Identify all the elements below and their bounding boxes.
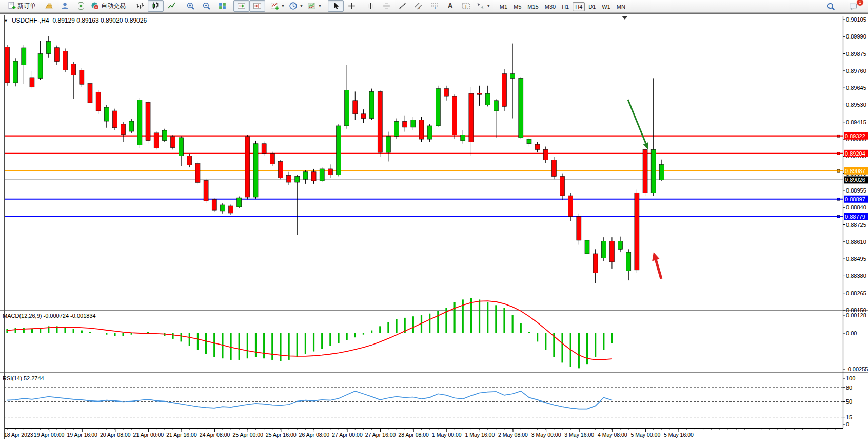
text-label-button[interactable]: T xyxy=(458,0,474,12)
market-watch-button[interactable] xyxy=(41,0,57,12)
tile-windows-button[interactable] xyxy=(214,0,230,12)
candle-body xyxy=(80,70,84,84)
price-badge-label: 0.88897 xyxy=(845,196,865,202)
notifications-icon[interactable]: 1 xyxy=(845,1,861,12)
timeframe-h1-button[interactable]: H1 xyxy=(559,2,571,11)
equidistant-channel-button[interactable]: E xyxy=(410,0,426,12)
fibonacci-button[interactable]: F xyxy=(426,0,442,12)
text-button[interactable]: A xyxy=(442,0,458,12)
price-tick-label: 0.89530 xyxy=(846,102,866,108)
search-icon[interactable] xyxy=(823,1,839,12)
price-tick-label: 0.89760 xyxy=(846,68,866,74)
candle-body xyxy=(353,101,358,114)
one-click-trading-toggle[interactable]: ▼ xyxy=(4,18,8,23)
timeframe-m15-button[interactable]: M15 xyxy=(525,2,541,11)
tile-windows-icon xyxy=(218,2,227,10)
time-label: 26 Apr 08:00 xyxy=(299,432,330,438)
auto-trading-button[interactable]: 自动交易 xyxy=(89,0,128,12)
periods-button[interactable]: ▼ xyxy=(287,0,305,12)
hline-handle xyxy=(837,198,840,200)
candle-body xyxy=(137,100,142,145)
time-label: 21 Apr 00:00 xyxy=(133,432,164,438)
timeframe-m1-button[interactable]: M1 xyxy=(497,2,510,11)
candle-body xyxy=(46,42,51,54)
equidistant-icon: E xyxy=(414,2,423,10)
rsi-tick-label: 0 xyxy=(846,421,849,427)
candle-body xyxy=(411,120,416,127)
candle-body xyxy=(345,90,349,126)
candle-body xyxy=(618,241,623,249)
timeframe-h4-button[interactable]: H4 xyxy=(573,2,585,11)
price-tick-label: 0.90105 xyxy=(846,16,866,23)
candle-body xyxy=(295,176,300,182)
candle-body xyxy=(568,196,573,217)
candle-body xyxy=(195,164,200,183)
candle-body xyxy=(328,169,332,175)
chart-title-overlay: ▼ USDCHF-,H4 0.89129 0.89163 0.89020 0.8… xyxy=(4,17,147,24)
candle-body xyxy=(651,149,656,193)
timeframe-d1-button[interactable]: D1 xyxy=(586,2,598,11)
candle-body xyxy=(237,198,242,207)
crosshair-button[interactable] xyxy=(344,0,360,12)
trendline-button[interactable] xyxy=(394,0,410,12)
candle-body xyxy=(262,144,266,154)
horizontal-line-button[interactable] xyxy=(379,0,394,12)
candle-body xyxy=(63,51,68,70)
line-chart-button[interactable] xyxy=(164,0,180,12)
cursor-button[interactable] xyxy=(328,0,344,12)
signals-button[interactable] xyxy=(73,0,89,12)
candle-body xyxy=(577,217,581,240)
zoom-in-button[interactable] xyxy=(183,0,199,12)
time-label: 27 Apr 00:00 xyxy=(332,432,363,438)
hline-handle xyxy=(837,215,840,218)
candle-body xyxy=(609,241,614,262)
crosshair-icon xyxy=(347,2,356,10)
arrows-button[interactable]: ▼ xyxy=(474,0,492,12)
chart-shift-button[interactable] xyxy=(249,0,265,12)
candle-body xyxy=(287,175,291,182)
macd-indicator-label: MACD(12,26,9) -0.000724 -0.001834 xyxy=(3,313,96,319)
candle-body xyxy=(112,111,117,128)
notification-badge: 1 xyxy=(856,0,864,6)
price-tick-label: 0.88495 xyxy=(846,256,866,262)
doc-plus-icon xyxy=(7,2,16,10)
timeframe-w1-button[interactable]: W1 xyxy=(599,2,613,11)
templates-button[interactable]: ▼ xyxy=(305,0,324,12)
auto-scroll-button[interactable] xyxy=(233,0,249,12)
gold-icon xyxy=(45,2,53,10)
strategy-tester-button[interactable] xyxy=(57,0,73,12)
chart-window[interactable]: 0.901050.899900.898750.897600.896450.895… xyxy=(0,13,868,439)
candle-chart-button[interactable] xyxy=(148,0,164,12)
time-label: 2 May 08:00 xyxy=(498,432,528,438)
chevron-down-icon: ▼ xyxy=(318,4,322,8)
chart-background xyxy=(0,15,868,439)
timeframe-m30-button[interactable]: M30 xyxy=(542,2,558,11)
chart-symbol-period: USDCHF-,H4 xyxy=(12,17,49,24)
vertical-line-button[interactable] xyxy=(363,0,379,12)
candle-body xyxy=(179,138,184,156)
candle-body xyxy=(560,176,565,196)
candle-body xyxy=(477,93,482,94)
candle-body xyxy=(444,89,448,96)
line-chart-icon xyxy=(167,2,176,10)
person-icon xyxy=(61,2,69,10)
new-order-button[interactable]: 新订单 xyxy=(5,0,38,12)
candle-body xyxy=(485,93,490,105)
candle-body xyxy=(361,114,366,119)
trendline-icon xyxy=(398,2,407,10)
label-icon: T xyxy=(462,2,470,10)
chevron-down-icon: ▼ xyxy=(281,4,285,8)
indicators-button[interactable]: ▼ xyxy=(268,0,287,12)
candle-body xyxy=(461,135,465,141)
chart-canvas[interactable]: 0.901050.899900.898750.897600.896450.895… xyxy=(0,14,868,439)
candle-body xyxy=(378,91,382,152)
rsi-tick-label: 100 xyxy=(846,375,855,381)
time-label: 24 Apr 08:00 xyxy=(200,432,230,438)
candle-body xyxy=(171,137,175,148)
bar-chart-button[interactable] xyxy=(132,0,148,12)
time-label: 21 Apr 16:00 xyxy=(166,432,197,438)
zoom-out-button[interactable] xyxy=(199,0,214,12)
timeframe-m5-button[interactable]: M5 xyxy=(511,2,524,11)
candle-body xyxy=(71,64,76,75)
timeframe-mn-button[interactable]: MN xyxy=(614,2,628,11)
